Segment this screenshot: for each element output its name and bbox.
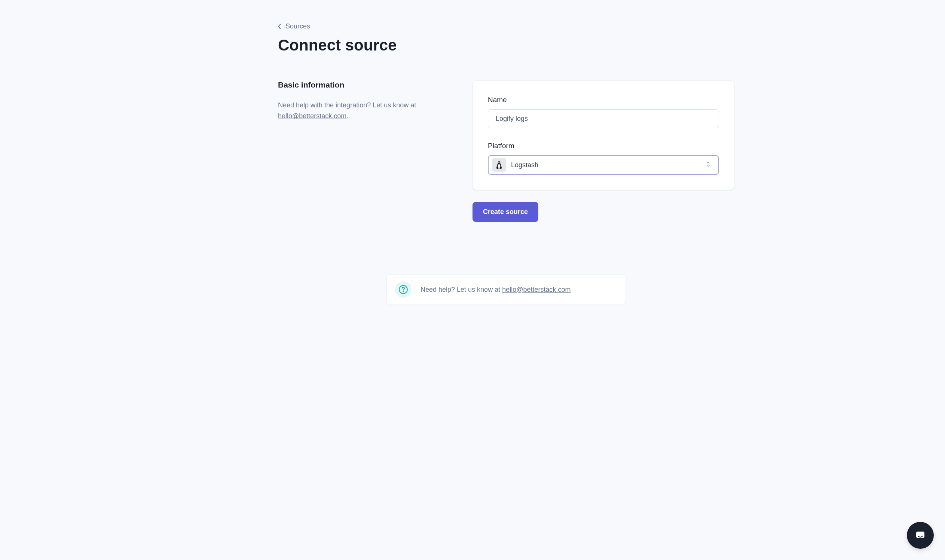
chat-widget-button[interactable] [907,522,934,549]
linux-icon [493,158,506,172]
help-banner-text: Need help? Let us know at hello@betterst… [420,286,571,294]
svg-point-2 [498,162,499,163]
chevron-left-icon [278,25,282,28]
platform-value: Logstash [511,161,706,169]
help-banner: Need help? Let us know at hello@betterst… [386,274,626,305]
platform-select[interactable]: Logstash [488,155,719,175]
question-circle-icon [395,281,411,298]
help-banner-email-link[interactable]: hello@betterstack.com [502,286,571,293]
svg-point-3 [499,162,500,163]
svg-point-6 [403,291,404,292]
create-source-button[interactable]: Create source [472,202,538,222]
section-title: Basic information [278,80,450,89]
name-input[interactable] [488,109,719,128]
name-label: Name [488,96,719,104]
breadcrumb-back[interactable]: Sources [278,22,310,30]
sidebar-help-text: Need help with the integration? Let us k… [278,100,450,122]
chevron-up-down-icon [706,160,712,169]
page-title: Connect source [278,36,734,54]
platform-label: Platform [488,142,719,150]
chat-icon [914,529,927,542]
sidebar-info: Basic information Need help with the int… [278,80,450,122]
svg-point-4 [498,164,500,168]
form-card: Name Platform [472,80,734,190]
sidebar-help-email-link[interactable]: hello@betterstack.com [278,112,346,120]
breadcrumb-parent-label: Sources [285,22,310,30]
